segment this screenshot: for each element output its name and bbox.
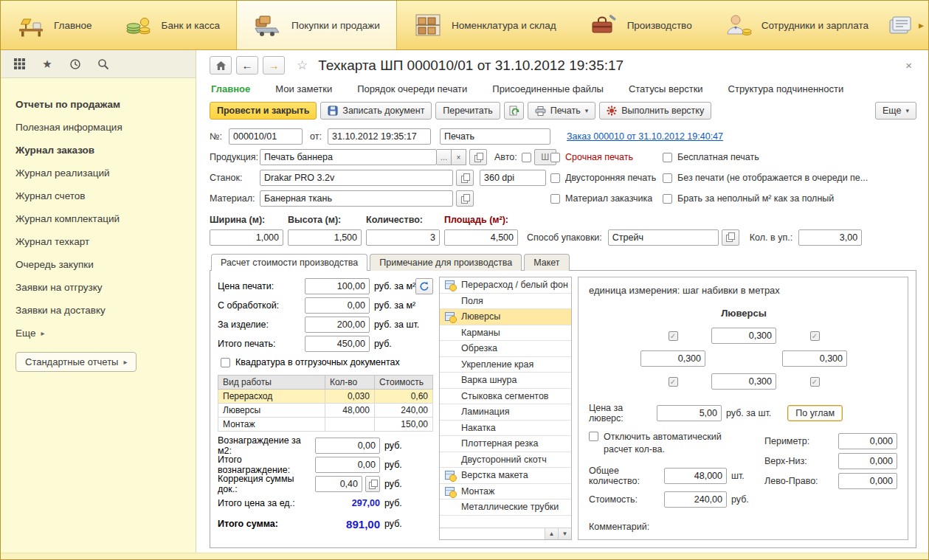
- standard-reports-button[interactable]: Стандартные отчеты▸: [15, 352, 137, 372]
- area-input[interactable]: [444, 229, 518, 246]
- tab-my-notes[interactable]: Мои заметки: [275, 83, 332, 94]
- sidebar-item[interactable]: Отчеты по продажам: [1, 93, 196, 116]
- tab-cost-calculation[interactable]: Расчет стоимости производства: [211, 254, 367, 271]
- duplex-print-checkbox[interactable]: [550, 173, 560, 183]
- sidebar-item[interactable]: Журнал счетов: [1, 184, 196, 207]
- disable-auto-calc-checkbox[interactable]: [589, 432, 598, 441]
- ribbon-section-warehouse[interactable]: Номенклатура и склад: [397, 1, 573, 49]
- reward-total-input[interactable]: [315, 457, 380, 473]
- choose-button[interactable]: …: [437, 149, 452, 165]
- operation-item[interactable]: Металлические трубки: [440, 499, 571, 516]
- urgent-print-checkbox[interactable]: [550, 153, 560, 162]
- tab-subordination[interactable]: Структура подчиненности: [728, 83, 844, 94]
- print-button[interactable]: Печать▾: [528, 102, 595, 120]
- processing-price-input[interactable]: [305, 297, 370, 314]
- history-icon[interactable]: [69, 58, 82, 71]
- grommet-bottom-step-input[interactable]: [711, 373, 776, 390]
- customer-material-checkbox[interactable]: [550, 194, 560, 204]
- open-product-button[interactable]: [469, 149, 487, 165]
- sum-correction-input[interactable]: [315, 476, 362, 492]
- free-print-checkbox[interactable]: [663, 153, 672, 162]
- clear-button[interactable]: ×: [452, 149, 466, 165]
- grommet-price-input[interactable]: [657, 405, 722, 421]
- per-item-price-input[interactable]: [305, 317, 370, 333]
- grommet-left-step-input[interactable]: [640, 350, 705, 367]
- reward-per-sqm-input[interactable]: [315, 438, 380, 454]
- tab-layout-statuses[interactable]: Статусы верстки: [629, 83, 703, 94]
- grommet-top-step-input[interactable]: [711, 328, 776, 344]
- operation-item[interactable]: Поля: [440, 294, 571, 310]
- favorite-star-icon[interactable]: ☆: [297, 58, 308, 73]
- operation-item[interactable]: Двусторонний скотч: [440, 452, 571, 469]
- material-input[interactable]: [260, 190, 453, 207]
- grommet-right-step-input[interactable]: [782, 350, 847, 367]
- width-input[interactable]: [210, 229, 283, 246]
- ribbon-section-employees[interactable]: Сотрудники и зарплата: [708, 1, 885, 49]
- per-pack-input[interactable]: [798, 229, 862, 246]
- ribbon-section-bank-cash[interactable]: Банк и касса: [108, 1, 237, 49]
- ribbon-overflow-chevron-icon[interactable]: ▸: [916, 19, 928, 31]
- apps-grid-icon[interactable]: [13, 58, 26, 71]
- open-material-button[interactable]: [456, 190, 474, 207]
- ribbon-section-production[interactable]: Производство: [573, 1, 708, 49]
- machine-input[interactable]: [260, 170, 453, 186]
- quantity-input[interactable]: [366, 229, 440, 246]
- sidebar-item[interactable]: Журнал заказов: [1, 139, 196, 162]
- favorites-star-icon[interactable]: ★: [41, 58, 54, 71]
- save-document-button[interactable]: Записать документ: [320, 102, 432, 120]
- column-header[interactable]: Вид работы: [218, 376, 325, 390]
- grommet-bottom-right-checkbox[interactable]: ✓: [810, 377, 820, 387]
- ribbon-section-main[interactable]: Главное: [1, 1, 108, 49]
- product-input[interactable]: [260, 149, 437, 165]
- print-total-input[interactable]: [305, 336, 370, 352]
- scroll-down-button[interactable]: ▼: [558, 528, 571, 539]
- document-kind-input[interactable]: [440, 128, 550, 145]
- operation-item[interactable]: Верстка макета: [440, 468, 571, 484]
- table-row[interactable]: Люверсы 48,000 240,00: [218, 404, 433, 418]
- operation-item[interactable]: Стыковка сегментов: [440, 389, 571, 405]
- reread-button[interactable]: Перечитать: [435, 102, 500, 120]
- sidebar-item[interactable]: Заявки на отгрузку: [1, 276, 196, 299]
- by-corners-button[interactable]: По углам: [787, 405, 843, 421]
- scroll-up-button[interactable]: ▲: [545, 528, 558, 539]
- back-button[interactable]: ←: [236, 56, 258, 75]
- home-button[interactable]: [210, 56, 232, 75]
- auto-checkbox[interactable]: [522, 153, 531, 162]
- grommet-top-right-checkbox[interactable]: ✓: [810, 331, 820, 341]
- total-qty-input[interactable]: [664, 468, 727, 484]
- recalculate-button[interactable]: [415, 278, 433, 294]
- grommet-cost-input[interactable]: [664, 491, 727, 508]
- sidebar-item[interactable]: Журнал реализаций: [1, 162, 196, 184]
- grommet-bottom-left-checkbox[interactable]: ✓: [669, 377, 678, 387]
- tab-layout[interactable]: Макет: [524, 254, 569, 271]
- left-right-input[interactable]: [838, 473, 897, 489]
- ribbon-extra-section[interactable]: [885, 1, 916, 49]
- sidebar-item[interactable]: Журнал комплектаций: [1, 207, 196, 230]
- tab-attached-files[interactable]: Присоединенные файлы: [492, 83, 604, 94]
- operation-item[interactable]: Накатка: [440, 421, 571, 437]
- sidebar-item[interactable]: Журнал техкарт: [1, 230, 196, 253]
- sidebar-item[interactable]: Очередь закупки: [1, 253, 196, 276]
- tab-print-queue-order[interactable]: Порядок очереди печати: [357, 83, 467, 94]
- search-icon[interactable]: [97, 58, 110, 71]
- operation-item[interactable]: Перерасход / белый фон: [440, 277, 571, 294]
- dpi-input[interactable]: [480, 170, 546, 186]
- operation-item[interactable]: Монтаж: [440, 484, 571, 500]
- no-print-checkbox[interactable]: [663, 173, 672, 183]
- tab-production-note[interactable]: Примечание для производства: [370, 254, 522, 271]
- run-layout-button[interactable]: Выполнить верстку: [599, 102, 711, 120]
- post-and-close-button[interactable]: Провести и закрыть: [210, 102, 317, 120]
- open-machine-button[interactable]: [456, 170, 474, 186]
- operation-item[interactable]: Ламинация: [440, 404, 571, 421]
- top-bottom-input[interactable]: [838, 453, 897, 469]
- sidebar-item[interactable]: Полезная информация: [1, 116, 196, 139]
- sidebar-item-more[interactable]: Еще▸: [1, 322, 196, 345]
- operation-item-selected[interactable]: Люверсы: [440, 309, 571, 325]
- height-input[interactable]: [288, 229, 362, 246]
- column-header[interactable]: Кол-во: [325, 376, 374, 390]
- operation-item[interactable]: Варка шнура: [440, 373, 571, 389]
- open-correction-button[interactable]: [365, 476, 380, 492]
- refresh-document-button[interactable]: [504, 102, 524, 120]
- table-row[interactable]: Перерасход 0,030 0,60: [218, 390, 433, 404]
- partial-sqm-checkbox[interactable]: [663, 194, 672, 204]
